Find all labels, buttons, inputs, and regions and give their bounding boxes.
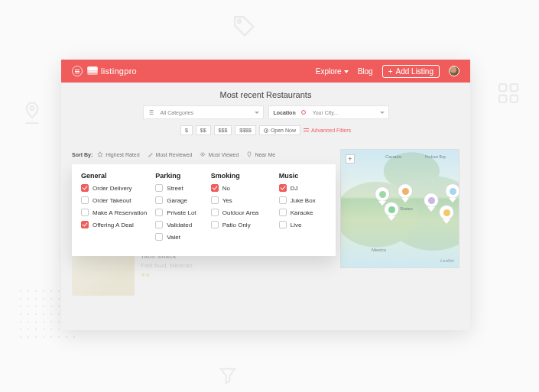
filter-icon (217, 365, 239, 387)
nav-blog[interactable]: Blog (358, 67, 373, 76)
listing-card[interactable]: Taco Shack Fast food, Mexican ★★ (72, 253, 336, 296)
avatar[interactable] (449, 66, 459, 76)
nav-explore[interactable]: Explore (316, 67, 349, 76)
filter-label: Live (291, 222, 302, 228)
tag-icon (232, 14, 258, 40)
filter-label: Karaoke (291, 209, 313, 216)
sort-most-reviewed[interactable]: Most Reviewed (148, 151, 193, 157)
map-marker[interactable] (439, 205, 454, 223)
secondary-filters: $$$$$$$$$$ Open Now Advanced Filters (61, 125, 470, 135)
checkbox-icon (279, 209, 287, 216)
filter-group-smoking: SmokingNoYesOutdoor AreaPatio Only (211, 172, 274, 245)
price-filter-4[interactable]: $$$$ (235, 125, 256, 135)
list-icon (148, 109, 154, 115)
top-bar: listingpro Explore Blog +Add Listing (61, 60, 470, 83)
listing-thumbnail (72, 253, 135, 296)
edit-icon (148, 151, 154, 157)
map[interactable]: Canada Hudson Bay United States Mexico +… (340, 149, 459, 268)
filter-label: Offering A Deal (93, 222, 134, 228)
filter-option[interactable]: Garage (155, 196, 206, 204)
filter-label: Street (167, 185, 183, 192)
filter-label: Private Lot (167, 209, 196, 216)
target-icon (300, 109, 307, 115)
filter-option[interactable]: DJ (279, 184, 326, 192)
filter-option[interactable]: Live (279, 221, 326, 228)
svg-rect-5 (511, 96, 518, 102)
price-filter-1[interactable]: $ (180, 125, 193, 135)
categories-select[interactable]: All Categories (143, 105, 264, 119)
zoom-in-button[interactable]: + (346, 154, 355, 164)
filter-label: Validated (167, 222, 192, 228)
filter-option[interactable]: Patio Only (211, 221, 274, 228)
map-marker[interactable] (445, 183, 459, 202)
svg-point-0 (238, 20, 241, 23)
checkbox-icon (211, 221, 219, 228)
menu-icon[interactable] (72, 66, 83, 76)
filter-option[interactable]: Street (155, 184, 206, 192)
filter-option[interactable]: Validated (155, 221, 206, 228)
app-window: listingpro Explore Blog +Add Listing Mos… (61, 60, 470, 330)
checkbox-icon (279, 196, 287, 204)
filter-option[interactable]: Make A Reservation (81, 209, 151, 216)
checkbox-icon (211, 184, 219, 192)
filter-label: Garage (167, 197, 187, 204)
pin-icon (246, 151, 252, 157)
filter-option[interactable]: Juke Box (279, 196, 326, 204)
logo-icon (87, 66, 98, 76)
map-marker[interactable] (398, 183, 413, 202)
checkbox-icon (81, 209, 89, 216)
filter-option[interactable]: Valet (155, 233, 206, 241)
checkbox-icon (211, 196, 219, 204)
filter-option[interactable]: Private Lot (155, 209, 206, 216)
filter-option[interactable]: Yes (211, 196, 274, 204)
filter-option[interactable]: Karaoke (279, 209, 326, 216)
clock-icon (264, 128, 268, 133)
map-zoom-controls: + (346, 154, 454, 164)
filter-option[interactable]: Outdoor Area (211, 209, 274, 216)
svg-point-1 (31, 106, 34, 110)
filter-group-title: General (81, 172, 151, 180)
filter-label: No (222, 185, 230, 192)
location-select[interactable]: Location Your City... (268, 105, 389, 119)
map-marker[interactable] (424, 193, 439, 211)
filter-label: Patio Only (222, 222, 251, 228)
filter-label: Juke Box (291, 197, 316, 204)
sort-most-viewed[interactable]: Most Viewed (200, 151, 239, 157)
map-marker[interactable] (384, 202, 399, 220)
price-filter-2[interactable]: $$ (196, 125, 211, 135)
svg-point-6 (203, 154, 204, 155)
add-listing-button[interactable]: +Add Listing (382, 65, 440, 78)
checkbox-icon (211, 209, 219, 216)
filter-label: Order Delivery (93, 185, 132, 192)
filter-option[interactable]: Offering A Deal (81, 221, 151, 228)
sort-near-me[interactable]: Near Me (246, 151, 275, 157)
listing-rating: ★★ (141, 271, 193, 278)
sort-highest-rated[interactable]: Highest Rated (97, 151, 139, 157)
filter-group-general: GeneralOrder DeliveryOrder TakeoutMake A… (81, 172, 151, 245)
hero: Most recent Restaurants All Categories L… (61, 83, 470, 141)
checkbox-icon (81, 196, 89, 204)
filter-group-parking: ParkingStreetGaragePrivate LotValidatedV… (155, 172, 206, 245)
checkbox-icon (155, 196, 163, 204)
open-now-toggle[interactable]: Open Now (259, 125, 300, 135)
filter-option[interactable]: Order Takeout (81, 196, 151, 204)
price-filter-3[interactable]: $$$ (214, 125, 232, 135)
filter-group-music: MusicDJJuke BoxKaraokeLive (279, 172, 326, 245)
filter-label: Make A Reservation (93, 209, 147, 216)
filter-group-title: Parking (155, 172, 206, 180)
filter-group-title: Music (279, 172, 326, 180)
brand-name: listingpro (101, 66, 137, 76)
filter-option[interactable]: No (211, 184, 274, 192)
filter-option[interactable]: Order Delivery (81, 184, 151, 192)
checkbox-icon (155, 209, 163, 216)
filter-group-title: Smoking (211, 172, 274, 180)
star-icon (97, 151, 103, 157)
eye-icon (200, 151, 206, 157)
filter-label: Valet (167, 234, 180, 241)
chevron-down-icon (255, 112, 259, 114)
advanced-filters-toggle[interactable]: Advanced Filters (304, 128, 351, 133)
map-attribution: Leaflet (440, 258, 454, 263)
checkbox-icon (279, 184, 287, 192)
filter-label: Outdoor Area (222, 209, 259, 216)
sort-label: Sort By: (72, 152, 93, 157)
